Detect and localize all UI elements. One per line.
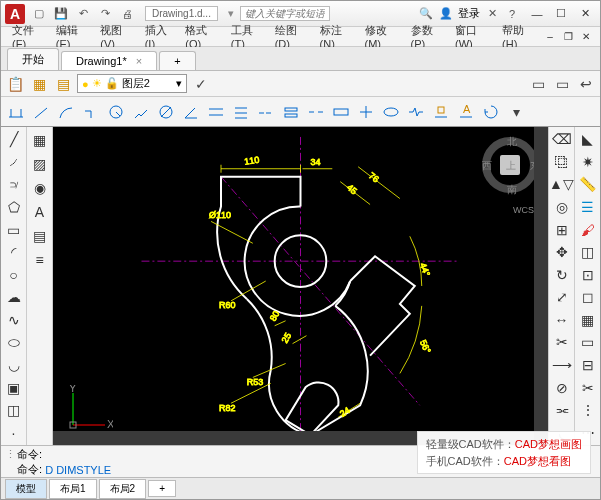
dim-tedit-icon[interactable]: A xyxy=(455,100,477,124)
layout1-tab[interactable]: 布局1 xyxy=(49,479,97,499)
move-tool[interactable]: ✥ xyxy=(551,242,573,263)
rectangle-tool[interactable]: ▭ xyxy=(3,219,25,240)
dim-radius-icon[interactable] xyxy=(105,100,127,124)
model-tab[interactable]: 模型 xyxy=(5,479,47,499)
vertical-scrollbar[interactable] xyxy=(534,127,548,431)
mline-tool[interactable]: ≡ xyxy=(29,249,51,271)
layer-iso-icon[interactable]: ▭ xyxy=(528,74,548,94)
dim-style-icon[interactable]: ▾ xyxy=(505,100,527,124)
circle-tool[interactable]: ○ xyxy=(3,264,25,285)
tab-start[interactable]: 开始 xyxy=(7,48,59,70)
layer-make-current-icon[interactable]: ✓ xyxy=(191,74,211,94)
dim-break-icon[interactable] xyxy=(305,100,327,124)
construction-line-tool[interactable]: ⟋ xyxy=(3,152,25,173)
explode-tool[interactable]: ✷ xyxy=(577,152,599,173)
dim-update-icon[interactable] xyxy=(480,100,502,124)
cut-tool[interactable]: ✂ xyxy=(577,377,599,398)
dim-aligned-icon[interactable] xyxy=(30,100,52,124)
table-tool[interactable]: ▤ xyxy=(29,225,51,247)
select-tool[interactable]: ▭ xyxy=(577,332,599,353)
help-icon[interactable]: ? xyxy=(504,6,520,22)
chamfer-tool[interactable]: ◣ xyxy=(577,129,599,150)
mdi-restore[interactable]: ❐ xyxy=(560,30,576,44)
extend-tool[interactable]: ⟶ xyxy=(551,355,573,376)
qselect-tool[interactable]: ⊟ xyxy=(577,355,599,376)
mirror-tool[interactable]: ▲▽ xyxy=(551,174,573,195)
save-icon[interactable]: 💾 xyxy=(53,6,69,22)
properties-tool[interactable]: ☰ xyxy=(577,197,599,218)
drawing-canvas[interactable]: 110 34 76 45 44° 56° Ø110 R60 80 25 R53 … xyxy=(53,127,548,445)
rotate-tool[interactable]: ↻ xyxy=(551,264,573,285)
dim-edit-icon[interactable] xyxy=(430,100,452,124)
draworder-tool[interactable]: ▦ xyxy=(577,310,599,331)
copy-tool[interactable]: ⿻ xyxy=(551,152,573,173)
ungroup-tool[interactable]: ⊡ xyxy=(577,264,599,285)
center-mark-icon[interactable] xyxy=(355,100,377,124)
polyline-tool[interactable]: ⟉ xyxy=(3,174,25,195)
match-props-tool[interactable]: 🖌 xyxy=(577,219,599,240)
print-icon[interactable]: 🖨 xyxy=(119,6,135,22)
layer-states-icon[interactable]: ▦ xyxy=(29,74,49,94)
group-tool[interactable]: ◫ xyxy=(577,242,599,263)
dim-quick-icon[interactable] xyxy=(205,100,227,124)
layer-prev-icon[interactable]: ↩ xyxy=(576,74,596,94)
layout2-tab[interactable]: 布局2 xyxy=(99,479,147,499)
offset-tool[interactable]: ◎ xyxy=(551,197,573,218)
inspect-icon[interactable] xyxy=(380,100,402,124)
layer-filter-icon[interactable]: ▤ xyxy=(53,74,73,94)
layout-add-tab[interactable]: + xyxy=(148,480,176,497)
tab-close-icon[interactable]: × xyxy=(136,55,142,67)
array-tool[interactable]: ⊞ xyxy=(551,219,573,240)
ellipse-arc-tool[interactable]: ◡ xyxy=(3,355,25,376)
measure-tool[interactable]: 📏 xyxy=(577,174,599,195)
maximize-button[interactable]: ☐ xyxy=(550,5,572,23)
view-cube[interactable]: 上 北 南 东 西 xyxy=(480,135,540,195)
ellipse-tool[interactable]: ⬭ xyxy=(3,332,25,353)
mdi-close[interactable]: ✕ xyxy=(578,30,594,44)
region-tool[interactable]: ◉ xyxy=(29,177,51,199)
tab-drawing1[interactable]: Drawing1* × xyxy=(61,51,157,70)
dim-linear-icon[interactable] xyxy=(5,100,27,124)
make-block-tool[interactable]: ◫ xyxy=(3,400,25,421)
exchange-icon[interactable]: ✕ xyxy=(484,6,500,22)
spline-tool[interactable]: ∿ xyxy=(3,310,25,331)
search-input[interactable] xyxy=(240,6,330,21)
tab-new[interactable]: + xyxy=(159,51,195,70)
jog-line-icon[interactable] xyxy=(405,100,427,124)
arc-tool[interactable]: ◜ xyxy=(3,242,25,263)
revision-cloud-tool[interactable]: ☁ xyxy=(3,287,25,308)
layer-dropdown[interactable]: ● ☀ 🔓 图层2 ▾ xyxy=(77,74,187,93)
mdi-minimize[interactable]: – xyxy=(542,30,558,44)
break-tool[interactable]: ⊘ xyxy=(551,377,573,398)
user-icon[interactable]: 👤 xyxy=(438,6,454,22)
layer-uniso-icon[interactable]: ▭ xyxy=(552,74,572,94)
layer-props-icon[interactable]: 📋 xyxy=(5,74,25,94)
dim-arc-icon[interactable] xyxy=(55,100,77,124)
open-icon[interactable]: ▢ xyxy=(31,6,47,22)
dim-continue-icon[interactable] xyxy=(255,100,277,124)
line-tool[interactable]: ╱ xyxy=(3,129,25,150)
wipeout-tool[interactable]: ◻ xyxy=(577,287,599,308)
erase-tool[interactable]: ⌫ xyxy=(551,129,573,150)
close-button[interactable]: ✕ xyxy=(574,5,596,23)
trim-tool[interactable]: ✂ xyxy=(551,332,573,353)
minimize-button[interactable]: — xyxy=(526,5,548,23)
grip-icon[interactable]: ⋮⋮ xyxy=(5,448,17,461)
app-logo[interactable]: A xyxy=(5,4,25,24)
dropdown-icon[interactable]: ▾ xyxy=(228,7,234,20)
redo-icon[interactable]: ↷ xyxy=(97,6,113,22)
undo-icon[interactable]: ↶ xyxy=(75,6,91,22)
join-tool[interactable]: ⫘ xyxy=(551,400,573,421)
stretch-tool[interactable]: ↔ xyxy=(551,310,573,331)
login-link[interactable]: 登录 xyxy=(458,6,480,21)
gradient-tool[interactable]: ▨ xyxy=(29,153,51,175)
dim-ordinate-icon[interactable] xyxy=(80,100,102,124)
hatch-tool[interactable]: ▦ xyxy=(29,129,51,151)
scale-tool[interactable]: ⤢ xyxy=(551,287,573,308)
polygon-tool[interactable]: ⬠ xyxy=(3,197,25,218)
divide-tool[interactable]: ⋮ xyxy=(577,400,599,421)
insert-block-tool[interactable]: ▣ xyxy=(3,377,25,398)
dim-baseline-icon[interactable] xyxy=(230,100,252,124)
dim-angular-icon[interactable] xyxy=(180,100,202,124)
search-icon[interactable]: 🔍 xyxy=(418,6,434,22)
